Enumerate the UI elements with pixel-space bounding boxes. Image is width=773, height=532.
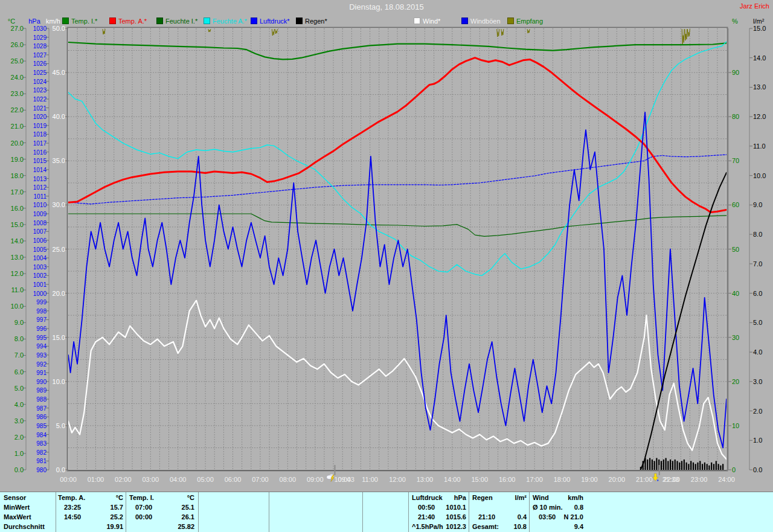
- table-col-unit: °C: [158, 494, 194, 502]
- down-arrow-icon: [652, 473, 658, 481]
- table-cell-value: 1010.1: [424, 504, 466, 511]
- table-cell-value: 19.91: [81, 523, 123, 531]
- table-cell-value: 15.7: [81, 504, 123, 511]
- axis-ticks-hPa: [46, 28, 49, 470]
- table-divider: [269, 492, 269, 532]
- table-col-name: Regen: [472, 494, 493, 502]
- table-cell-value: 1015.6: [424, 513, 466, 521]
- table-col-unit: l/m²: [490, 494, 527, 502]
- table-cell-value: 25.2: [81, 513, 123, 521]
- table-divider: [198, 492, 199, 532]
- table-divider: [529, 492, 530, 532]
- table-cell-value: 26.1: [152, 513, 194, 521]
- axis-ticks-l/m²: [749, 28, 752, 470]
- chart-canvas: [0, 0, 773, 532]
- table-row-label: Durchschnitt: [4, 523, 45, 531]
- axis-ticks-%: [728, 72, 731, 470]
- table-col-unit: °C: [87, 494, 123, 502]
- table-col-name: Wind: [533, 494, 549, 502]
- table-cell-value: 0.4: [484, 513, 527, 521]
- table-cell-time: 00:00: [135, 513, 152, 521]
- table-cell-value: 1012.3: [424, 523, 466, 531]
- axis-ticks-°C: [23, 28, 26, 470]
- table-col-unit: hPa: [430, 494, 466, 502]
- table-cell-value: 25.82: [152, 523, 194, 531]
- table-row-label: MaxWert: [4, 513, 31, 521]
- table-header-sensor: Sensor: [4, 494, 26, 502]
- table-divider: [126, 492, 126, 532]
- table-cell-value: 0.8: [541, 504, 583, 511]
- table-col-name: Temp. I.: [129, 494, 154, 502]
- table-col-unit: km/h: [547, 494, 583, 502]
- table-cell-value: 10.8: [484, 523, 527, 531]
- table-row-label: MinWert: [4, 504, 30, 511]
- plot-area[interactable]: [68, 28, 726, 470]
- table-cell-time: 07:00: [135, 504, 152, 511]
- table-cell-time: 23:25: [64, 504, 81, 511]
- table-divider: [469, 492, 469, 532]
- stats-table: SensorMinWertMaxWertDurchschnittTemp. A.…: [0, 492, 773, 532]
- storm-cloud-icon: [327, 475, 334, 482]
- table-divider: [362, 492, 363, 532]
- table-divider: [56, 492, 56, 532]
- table-cell-time: 14:50: [64, 513, 81, 521]
- table-cell-value: N 21.0: [541, 513, 583, 521]
- table-cell-value: 9.4: [541, 523, 583, 531]
- table-col-name: Temp. A.: [58, 494, 85, 502]
- table-divider: [408, 492, 409, 532]
- table-cell-value: 25.1: [152, 504, 194, 511]
